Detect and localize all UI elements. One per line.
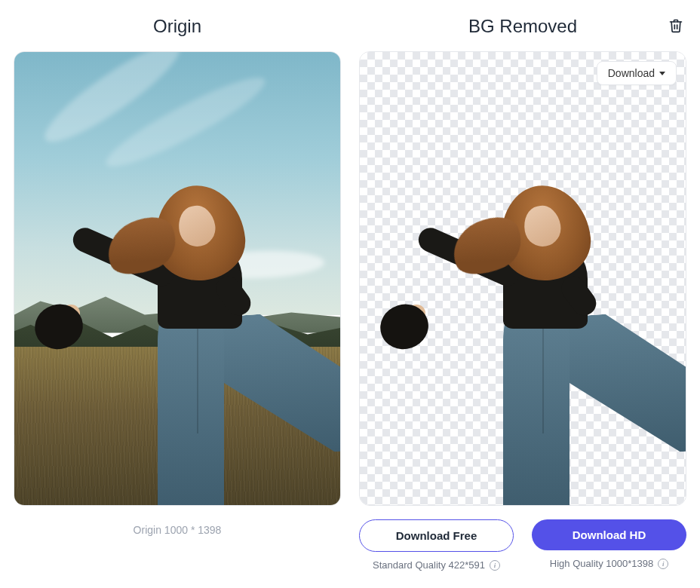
origin-panel: Origin: [14, 14, 341, 571]
origin-image-frame: [14, 51, 341, 506]
standard-quality-text: Standard Quality 422*591 i: [373, 559, 500, 571]
transparent-background: Download: [360, 52, 686, 505]
delete-button[interactable]: [665, 15, 686, 38]
download-hd-button[interactable]: Download HD: [532, 519, 686, 550]
download-dropdown[interactable]: Download: [597, 61, 677, 85]
origin-caption: Origin 1000 * 1398: [134, 524, 222, 536]
removed-title-row: BG Removed: [359, 14, 686, 39]
removed-image-frame: Download: [359, 51, 686, 506]
removed-title: BG Removed: [468, 16, 577, 37]
removed-panel: BG Removed: [359, 14, 686, 571]
high-quality-label: High Quality 1000*1398: [550, 558, 653, 569]
download-free-button[interactable]: Download Free: [359, 519, 514, 552]
standard-quality-label: Standard Quality 422*591: [373, 559, 485, 571]
origin-title: Origin: [14, 14, 341, 39]
trash-icon: [668, 18, 683, 33]
origin-image: [14, 52, 340, 505]
download-hd-col: Download HD High Quality 1000*1398 i: [532, 519, 686, 571]
high-quality-text: High Quality 1000*1398 i: [550, 558, 668, 569]
info-icon[interactable]: i: [658, 559, 668, 569]
download-free-col: Download Free Standard Quality 422*591 i: [359, 519, 514, 571]
info-icon[interactable]: i: [490, 560, 500, 571]
download-actions: Download Free Standard Quality 422*591 i…: [359, 519, 686, 571]
caret-down-icon: [659, 72, 665, 75]
download-dropdown-label: Download: [608, 67, 655, 79]
